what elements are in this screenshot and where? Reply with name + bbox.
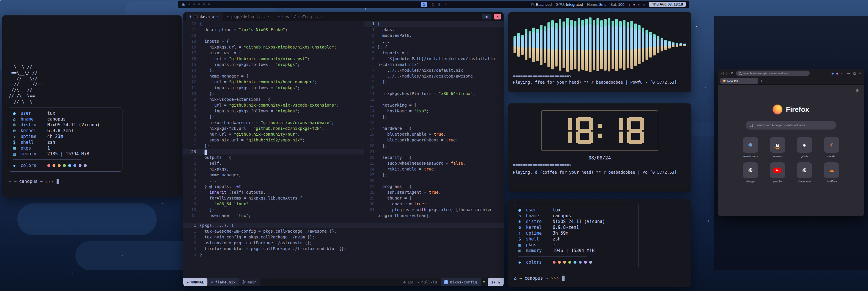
code-line: 1 }; — [183, 143, 364, 149]
menu-icon[interactable]: ≡ — [841, 72, 842, 75]
tab-new-tab[interactable]: New Tab — [720, 78, 758, 84]
shortcut-chat.openai[interactable]: ❋chat.openai — [797, 162, 812, 183]
extension-icon[interactable]: ◆ — [832, 72, 834, 75]
line-number: 1 — [183, 223, 199, 228]
tab-label: pkgs/default... — [231, 14, 265, 19]
fetch-value: 6.9.8-zen1 — [47, 128, 73, 134]
launcher-icon[interactable]: ⊞ — [182, 2, 185, 7]
tabbar-actions: ◉ × — [482, 13, 501, 20]
line-number: 8 — [183, 195, 199, 201]
minimize-button[interactable]: — — [847, 72, 850, 75]
code-line: 11 inputs.nixpkgs.follows = "nixpkgs"; — [183, 85, 364, 91]
cava-bar — [653, 34, 656, 56]
tab-hosts-isoimage[interactable]: ❄ hosts/isoImag... × — [274, 12, 327, 21]
terminal-cursor — [57, 179, 59, 184]
user-icon: ● — [519, 207, 526, 213]
line-number: 19 — [364, 137, 377, 143]
desktop: ⊞ 1234 P: BalancedGPU: IntegratedHome: 8… — [0, 0, 868, 291]
code-line: 4 home-manager, — [183, 172, 364, 178]
window-close-button[interactable]: × — [494, 13, 501, 20]
line-number: 20 — [364, 143, 377, 149]
tab-pkgs-default[interactable]: ❄ pkgs/default... × — [223, 12, 274, 21]
close-button[interactable]: × — [859, 72, 861, 75]
cava-bar — [634, 24, 637, 66]
shortcut-github[interactable]: ●github — [797, 137, 812, 158]
line-number: 6 — [183, 114, 199, 120]
tag-icon[interactable] — [204, 3, 205, 5]
arrow-icon: → — [14, 179, 17, 184]
workspace-3[interactable]: 3 — [438, 2, 440, 7]
workspace-2[interactable]: 2 — [432, 2, 434, 7]
shortcut-youtube[interactable]: ▶youtube — [770, 162, 785, 183]
code-line: 1{ — [364, 21, 504, 27]
cava-bar — [581, 20, 584, 70]
fetch-value: zsh — [553, 236, 560, 242]
code-line: 19 inputs = { — [183, 38, 364, 44]
forward-button[interactable]: ▷ — [726, 71, 728, 75]
cava-bar — [559, 19, 561, 70]
code-line: 31 plugins = with pkgs.xfce; [thunar-arc… — [364, 207, 504, 212]
tag-icon[interactable] — [189, 3, 190, 5]
personalize-gear-icon[interactable]: ⚙ — [856, 88, 859, 93]
code-line: 18 bluetooth.enable = true; — [364, 131, 504, 137]
line-number: 17 — [364, 125, 377, 131]
line-number: 3 — [183, 131, 199, 137]
fetch-value: 4h 23m — [47, 134, 63, 139]
eye-button[interactable]: ◉ — [482, 13, 491, 20]
shortcut-amazon[interactable]: aamazon — [770, 137, 785, 158]
power-icon[interactable]: ○ — [643, 2, 645, 7]
color-dot — [73, 164, 76, 167]
tag-icon[interactable] — [198, 3, 200, 5]
shortcut-chatgpt[interactable]: ❋chatgpt — [743, 162, 758, 183]
fetch-rows: ●usertux⌂hnamecanopus❄distroNixOS 24.11 … — [519, 207, 634, 254]
editor-pane-pkgs-default[interactable]: 1{pkgs, ...}: {1 tux-awesome-wm-config =… — [183, 222, 504, 278]
fetch-label: colors — [526, 259, 553, 265]
workspace-1[interactable]: 1 — [421, 2, 427, 7]
search-input[interactable]: Search with Google or enter address — [746, 121, 836, 129]
fetch-row: ❄distroNixOS 24.11 (Vicuna) — [13, 122, 118, 128]
fetch-row: $shellzsh — [13, 139, 118, 145]
editor-pane-flake[interactable]: 22{21 description = "tux's NixOS Flake";… — [183, 21, 364, 222]
code-line: 28 ssh.startAgent = true; — [364, 190, 504, 195]
new-tab-button[interactable]: + — [761, 79, 763, 83]
record-icon[interactable]: ● — [633, 2, 636, 7]
line-number: 26 — [364, 178, 377, 183]
fetch-value: canopus — [553, 213, 571, 219]
shell-prompt[interactable]: ⌂ → canopus ~ ››› — [9, 179, 175, 184]
shortcut-claude[interactable]: ✳claude — [824, 137, 839, 158]
color-dot — [568, 261, 571, 264]
tag-icon[interactable] — [193, 3, 195, 5]
editor-pane-isoimage[interactable]: 1{1 pkgs,2 modulesPath,3 ...4}: {5 impor… — [364, 21, 504, 222]
code-line: 8 forAllSystems = nixpkgs.lib.genAttrs [ — [183, 195, 364, 201]
volume-icon[interactable]: ◗ — [638, 2, 640, 7]
clock-widget[interactable]: Thu Aug 08, 18:18 — [649, 2, 686, 7]
firefox-toolbar: ◁ ▷ ⟳ Search with Google or enter addres… — [718, 69, 864, 77]
shortcut-icon: ✳ — [824, 137, 839, 153]
line-number: 11 — [183, 85, 199, 91]
tab-flake-nix[interactable]: ❄ flake.nix × — [186, 12, 222, 21]
terminal-window[interactable]: \ \ // ==\__\/ // // \// ==// //== //\__… — [2, 16, 182, 197]
visualizer-window[interactable]: =======================> Playing: ffee f… — [508, 12, 691, 92]
tag-icon[interactable] — [208, 3, 210, 5]
clock-digit — [606, 117, 623, 144]
fetch-window[interactable]: ●usertux⌂hnamecanopus❄distroNixOS 24.11 … — [508, 199, 691, 287]
music-icon[interactable]: ♪ — [628, 2, 630, 7]
shell-prompt[interactable]: ⌂ → canopus ~ ››› — [514, 275, 685, 281]
back-button[interactable]: ◁ — [721, 71, 723, 75]
tab-close-icon[interactable]: × — [268, 14, 270, 19]
extension-icon[interactable]: ◆ — [836, 72, 838, 75]
firefox-window[interactable]: ◁ ▷ ⟳ Search with Google or enter addres… — [718, 69, 864, 216]
code-line: 18 nixpkgs.url = "github:nixos/nixpkgs/n… — [183, 44, 364, 50]
tab-close-icon[interactable]: × — [217, 14, 219, 19]
workspace-4[interactable]: 4 — [445, 2, 447, 7]
shortcut-cloudflare[interactable]: ☁cloudflare — [824, 162, 839, 183]
tab-close-icon[interactable]: × — [321, 14, 323, 19]
editor-window[interactable]: ❄ flake.nix × ❄ pkgs/default... × ❄ host… — [183, 12, 504, 286]
url-bar[interactable]: Search with Google or enter address — [736, 70, 810, 76]
reload-button[interactable]: ⟳ — [731, 71, 734, 75]
maximize-button[interactable]: ▢ — [853, 72, 856, 75]
line-number: 28 — [364, 190, 377, 195]
code-line: 13 home-manager = { — [183, 73, 364, 79]
clock-window[interactable]: 08/08/24 =======================> Playin… — [508, 104, 691, 192]
shortcut-search.nixos[interactable]: ❄search.nixos — [743, 137, 758, 158]
